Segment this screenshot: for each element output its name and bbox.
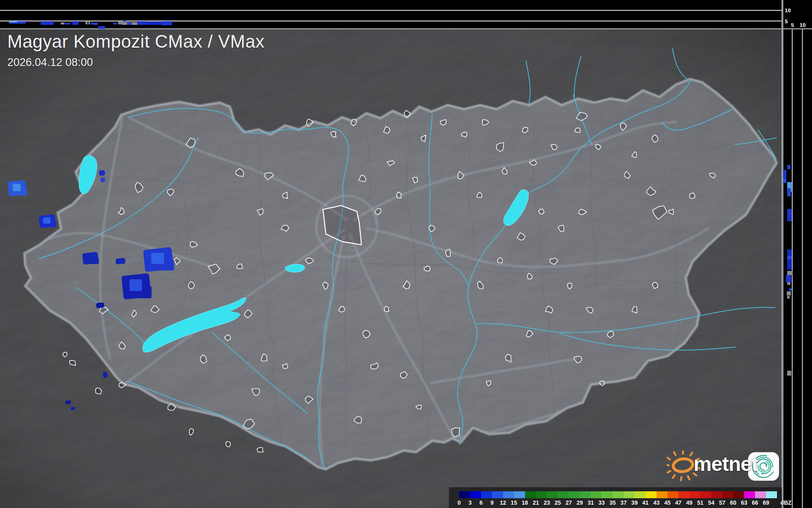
dbz-cell	[646, 491, 657, 498]
dbz-cell	[613, 491, 624, 498]
dbz-cell	[711, 491, 722, 498]
dbz-tick-label: 41	[642, 499, 649, 506]
haxis-tick-10: 10	[799, 22, 805, 28]
dbz-tick-label: 25	[555, 499, 561, 506]
dbz-cell	[766, 491, 777, 498]
dbz-tick-label: 49	[686, 499, 693, 506]
dbz-cell	[700, 491, 711, 498]
dbz-tick-label: 43	[653, 499, 660, 506]
dbz-cell	[668, 491, 678, 498]
dbz-cell	[591, 491, 602, 498]
dbz-tick-label: 6	[479, 499, 483, 506]
dbz-cell	[492, 491, 503, 498]
dbz-tick-label: 66	[752, 499, 758, 506]
dbz-cell	[733, 491, 744, 498]
haxis-tick-5: 5	[791, 22, 794, 28]
vaxis-tick-5: 5	[785, 18, 788, 24]
dbz-tick-label: 29	[576, 499, 583, 506]
dbz-tick-label: 47	[675, 499, 682, 506]
metnet-logo: metnet	[667, 451, 793, 483]
dbz-tick-label: 39	[631, 499, 638, 506]
dbz-tick-label: 57	[719, 499, 726, 506]
dbz-tick-label: 51	[697, 499, 704, 506]
vaxis-tick-10: 10	[785, 7, 791, 13]
dbz-tick-label: 21	[533, 499, 539, 506]
dbz-cell	[536, 491, 547, 498]
dbz-tick-label: 0	[457, 499, 461, 506]
dbz-cell	[624, 491, 635, 498]
radar-composite-screen: 10 5 5 10 Magyar Kompozit CMax / VMax 20…	[0, 0, 812, 508]
dbz-tick-label: 23	[544, 499, 550, 506]
dbz-cell	[657, 491, 668, 498]
dbz-cell	[569, 491, 580, 498]
dbz-cell	[678, 491, 689, 498]
dbz-cell	[558, 491, 569, 498]
dbz-tick-label: 12	[500, 499, 506, 506]
dbz-tick-label: 27	[566, 499, 572, 506]
dbz-tick-label: 31	[587, 499, 594, 506]
dbz-tick-label: 37	[620, 499, 627, 506]
dbz-cell	[635, 491, 646, 498]
dbz-unit-label: dBZ	[780, 499, 791, 506]
dbz-cell	[547, 491, 558, 498]
dbz-tick-label: 9	[490, 499, 494, 506]
dbz-cell	[689, 491, 700, 498]
brand-name: metnet	[694, 452, 758, 476]
dbz-cell	[580, 491, 591, 498]
dbz-cell	[744, 491, 755, 498]
dbz-cell	[459, 491, 470, 498]
dbz-cell	[470, 491, 481, 498]
dbz-tick-label: 15	[511, 499, 517, 506]
dbz-legend: 0369121518212325272931333537394143454749…	[449, 487, 782, 508]
dbz-tick-label: 3	[468, 499, 472, 506]
dbz-tick-label: 69	[763, 499, 769, 506]
timestamp: 2026.04.12 08:00	[7, 56, 265, 69]
dbz-cell	[525, 491, 536, 498]
dbz-cell	[481, 491, 492, 498]
dbz-cell	[514, 491, 525, 498]
dbz-cell	[602, 491, 613, 498]
dbz-cell	[722, 491, 733, 498]
hungary-radar-map: 10 5 5 10	[0, 0, 812, 508]
page-title: Magyar Kompozit CMax / VMax	[7, 33, 265, 51]
dbz-tick-label: 18	[522, 499, 528, 506]
terrain-layer	[0, 0, 812, 508]
title-block: Magyar Kompozit CMax / VMax 2026.04.12 0…	[7, 33, 265, 69]
dbz-tick-label: 45	[664, 499, 671, 506]
dbz-cell	[503, 491, 514, 498]
dbz-tick-label: 54	[708, 499, 715, 506]
dbz-tick-label: 63	[741, 499, 747, 506]
dbz-tick-label: 60	[730, 499, 736, 506]
dbz-cell	[755, 491, 766, 498]
dbz-tick-label: 35	[609, 499, 616, 506]
dbz-tick-label: 33	[598, 499, 605, 506]
